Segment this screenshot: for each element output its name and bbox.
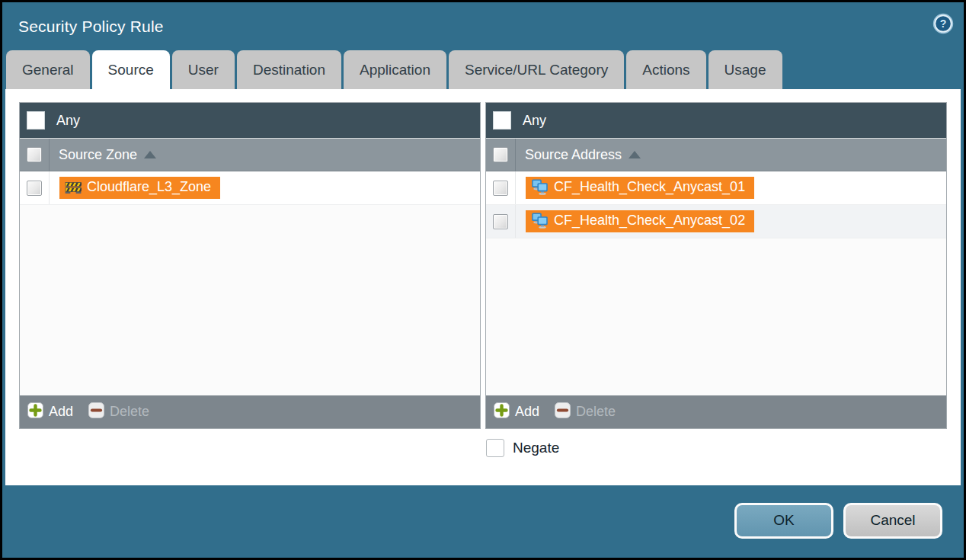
tab-usage[interactable]: Usage — [709, 50, 782, 89]
address-chip[interactable]: CF_Health_Check_Anycast_02 — [526, 210, 754, 232]
delete-icon — [88, 402, 104, 422]
sort-ascending-icon — [629, 151, 641, 158]
tab-general[interactable]: General — [6, 50, 90, 89]
row-label: CF_Health_Check_Anycast_02 — [554, 213, 745, 229]
source-zone-any-header: Any — [20, 103, 480, 138]
tab-actions[interactable]: Actions — [626, 50, 705, 89]
source-zone-rows: Cloudflare_L3_Zone — [20, 171, 480, 395]
row-checkbox[interactable] — [493, 181, 508, 196]
add-icon — [494, 402, 510, 422]
address-chip[interactable]: CF_Health_Check_Anycast_01 — [526, 177, 754, 199]
negate-label: Negate — [513, 440, 559, 456]
address-icon — [531, 213, 549, 229]
title-bar: Security Policy Rule ? — [2, 2, 964, 50]
negate-checkbox[interactable] — [486, 439, 504, 457]
zone-icon — [65, 180, 82, 194]
row-label: Cloudflare_L3_Zone — [87, 179, 211, 195]
tab-service-url-category[interactable]: Service/URL Category — [449, 50, 624, 89]
table-row[interactable]: CF_Health_Check_Anycast_02 — [486, 205, 946, 238]
source-address-any-label: Any — [523, 113, 546, 129]
address-icon — [531, 179, 549, 195]
source-zone-any-checkbox[interactable] — [27, 111, 45, 130]
source-zone-column-header: Source Zone — [20, 138, 480, 171]
source-address-panel: Any Source Address — [485, 102, 947, 429]
delete-icon — [555, 402, 571, 422]
add-icon — [27, 402, 43, 422]
table-row[interactable]: CF_Health_Check_Anycast_01 — [486, 171, 946, 205]
row-checkbox[interactable] — [493, 214, 508, 229]
tab-source[interactable]: Source — [92, 50, 170, 89]
table-row[interactable]: Cloudflare_L3_Zone — [20, 171, 480, 205]
svg-text:?: ? — [940, 18, 947, 30]
source-address-rows: CF_Health_Check_Anycast_01 — [486, 171, 946, 395]
row-checkbox[interactable] — [27, 181, 42, 196]
source-address-column-header: Source Address — [486, 138, 946, 171]
ok-button[interactable]: OK — [734, 503, 833, 539]
source-address-select-all-checkbox[interactable] — [493, 147, 508, 162]
tab-application[interactable]: Application — [344, 50, 446, 89]
source-zone-select-all-checkbox[interactable] — [27, 147, 42, 162]
tab-bar: General Source User Destination Applicat… — [2, 50, 964, 89]
add-button[interactable]: Add — [27, 402, 73, 422]
source-zone-toolbar: Add Delete — [20, 395, 480, 428]
source-tab-content: Any Source Zone — [5, 89, 961, 485]
source-zone-panel: Any Source Zone — [19, 102, 481, 429]
row-label: CF_Health_Check_Anycast_01 — [554, 179, 745, 195]
add-button[interactable]: Add — [494, 402, 539, 422]
sort-ascending-icon — [144, 151, 156, 158]
page-title: Security Policy Rule — [18, 18, 164, 36]
dialog-footer: OK Cancel — [2, 483, 964, 558]
tab-destination[interactable]: Destination — [237, 50, 341, 89]
source-address-column-title[interactable]: Source Address — [525, 147, 641, 163]
delete-button[interactable]: Delete — [555, 402, 616, 422]
source-address-toolbar: Add Delete — [486, 395, 946, 428]
help-icon[interactable]: ? — [932, 13, 954, 34]
zone-chip[interactable]: Cloudflare_L3_Zone — [59, 177, 220, 199]
cancel-button[interactable]: Cancel — [843, 503, 942, 539]
source-zone-column-title[interactable]: Source Zone — [59, 147, 156, 163]
source-address-any-header: Any — [486, 103, 946, 138]
tab-user[interactable]: User — [172, 50, 235, 89]
source-address-any-checkbox[interactable] — [493, 111, 511, 130]
source-zone-any-label: Any — [56, 113, 80, 129]
delete-button[interactable]: Delete — [88, 402, 149, 422]
negate-row: Negate — [486, 439, 559, 457]
security-policy-rule-dialog: Security Policy Rule ? General Source Us… — [2, 2, 964, 558]
